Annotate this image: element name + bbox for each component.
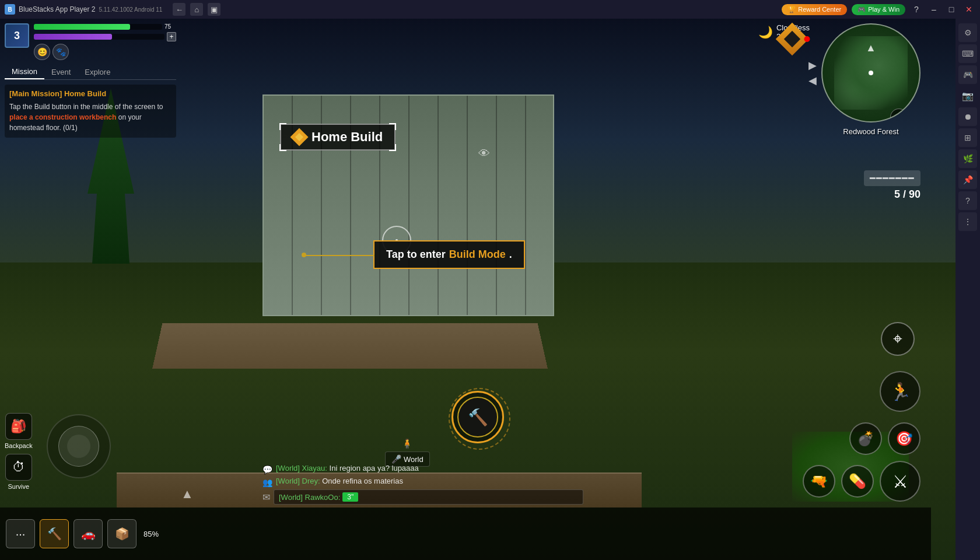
attack-button[interactable]: ⚔ (880, 461, 921, 502)
diamond-inner (295, 133, 303, 141)
chat-icon-2: 👥 (262, 478, 272, 487)
revive-button[interactable]: 💊 (841, 465, 874, 498)
playnwin-label: Play & Win (868, 6, 900, 13)
window-nav: ← ⌂ ▣ (173, 3, 220, 16)
notification-dot (804, 36, 810, 42)
tab-explore[interactable]: Explore (78, 65, 117, 79)
mission-tabs: Mission Event Explore (5, 65, 176, 80)
survive-action: ⏱ Survive (5, 454, 33, 490)
grenade-button[interactable]: 💣 (849, 422, 882, 455)
joystick-outer (47, 414, 111, 478)
corner-br (389, 144, 396, 151)
home-build-marker[interactable]: Home Build (280, 124, 396, 150)
sidebar-tool-pin[interactable]: 📌 (958, 170, 977, 189)
sidebar-tool-record[interactable]: ⏺ (958, 107, 977, 126)
chat-open-icon[interactable]: ✉ (262, 492, 270, 503)
scope-aim-button[interactable]: ⌖ (881, 322, 915, 356)
tab-event[interactable]: Event (44, 65, 78, 79)
build-button[interactable]: 🔨 (452, 391, 504, 443)
sidebar-tool-multiinstance[interactable]: ⊞ (958, 128, 977, 147)
ammo-button-right[interactable]: 🔫 (803, 465, 835, 498)
bluestacks-sidebar: ⚙ ⌨ 🎮 📷 ⏺ ⊞ 🌿 📌 ? ⋮ (956, 19, 980, 560)
survive-button[interactable]: ⏱ (5, 454, 32, 481)
chat-body-2: Onde refina os materias (322, 477, 403, 485)
chat-icon-1: 💬 (262, 465, 272, 474)
chat-input-box[interactable]: [World] RawkoOo: 3" (274, 489, 583, 505)
weapon-hud: ━━━━━━━ 5 / 90 (864, 170, 921, 201)
backpack-label: Backpack (5, 442, 33, 449)
reward-label: Reward Center (798, 6, 841, 13)
world-label: World (404, 455, 424, 464)
minimap-circle: ▲ ☮ (821, 23, 921, 123)
hp-bar-fill (34, 24, 130, 30)
sidebar-tool-keyboard[interactable]: ⌨ (958, 44, 977, 63)
building (204, 65, 612, 345)
chat-message-2: 👥 [World] Drey: Onde refina os materias (262, 477, 583, 487)
mission-desc-part1: Tap the Build button in the middle of th… (9, 103, 163, 111)
mission-description: Tap the Build button in the middle of th… (9, 102, 172, 133)
scroll-up-arrow[interactable]: ▲ (181, 487, 194, 502)
home-button[interactable]: ⌂ (190, 3, 203, 16)
chat-input-name: [World] RawkoOo: (279, 493, 340, 502)
level-badge: 3 (5, 23, 29, 48)
info-button[interactable]: ? (910, 3, 923, 16)
hotbar-slot-drive[interactable]: 🚗 (74, 519, 103, 548)
hotbar-slot-more[interactable]: ··· (6, 519, 35, 548)
joystick[interactable] (47, 414, 111, 478)
right-action-row: 💣 🎯 (849, 422, 921, 455)
run-button[interactable]: 🏃 (880, 371, 921, 412)
hotbar-slot-build[interactable]: 🔨 (40, 519, 69, 548)
diamond-marker-icon (290, 128, 308, 146)
minimap-left-arrow[interactable]: ◀ (808, 74, 817, 87)
sidebar-tool-more[interactable]: ⋮ (958, 212, 977, 231)
close-button[interactable]: ✕ (963, 3, 975, 16)
tap-text: Tap to enter (386, 249, 446, 261)
sidebar-tool-gamepad[interactable]: 🎮 (958, 65, 977, 84)
minimap-play-arrow[interactable]: ▶ (808, 59, 817, 72)
overview-button[interactable]: ▣ (208, 3, 220, 16)
minimap-nav-arrows: ▶ ◀ (808, 59, 817, 87)
chat-input-row: ✉ [World] RawkoOo: 3" (262, 489, 583, 505)
world-voice-button[interactable]: 🧍 🎤 World (385, 438, 430, 467)
play-win-button[interactable]: 🎮 Play & Win (852, 4, 905, 15)
app-icon: B (5, 4, 15, 15)
titlebar-left: B BlueStacks App Player 2 5.11.42.1002 A… (5, 3, 782, 16)
chat-input-sender: [World] RawkoOo: (279, 493, 340, 502)
game-area[interactable]: Home Build 👁 Tap to enter Build Mode . 🔨… (0, 19, 956, 560)
build-mode-tooltip[interactable]: Tap to enter Build Mode . (373, 240, 525, 269)
mission-content: [Main Mission] Home Build Tap the Build … (5, 85, 176, 138)
chat-sender-1: [World] Xiayau: (276, 464, 327, 473)
hotbar-slot-chest[interactable]: 📦 (107, 519, 136, 548)
joystick-inner (58, 426, 99, 467)
bottom-action-bar: ··· 🔨 🚗 📦 85% (0, 508, 931, 560)
ammo-display: 5 / 90 (864, 188, 921, 201)
sidebar-tool-settings[interactable]: ⚙ (958, 23, 977, 42)
tab-mission[interactable]: Mission (5, 65, 44, 79)
diamond-nav-icon (776, 23, 809, 56)
add-stamina-button[interactable]: + (167, 32, 176, 41)
chat-body-1: Ini region apa ya? lupaaaa (330, 464, 419, 473)
sidebar-tool-screenshot[interactable]: 📷 (958, 86, 977, 105)
nav-diamond[interactable] (780, 27, 804, 51)
chat-input-value: 3" (342, 492, 358, 502)
back-button[interactable]: ← (173, 3, 186, 16)
observe-icon[interactable]: 👁 (478, 147, 490, 160)
maximize-button[interactable]: □ (945, 3, 958, 16)
app-title: BlueStacks App Player 2 (19, 5, 95, 13)
reward-center-button[interactable]: 🏆 Reward Center (782, 4, 847, 15)
playnwin-icon: 🎮 (858, 6, 866, 13)
sidebar-tool-eco[interactable]: 🌿 (958, 149, 977, 168)
building-floor (152, 323, 548, 368)
minimize-button[interactable]: – (928, 3, 940, 16)
moon-icon: 🌙 (758, 25, 773, 39)
corner-tr (389, 123, 396, 130)
avatar-face: 😊 (34, 44, 50, 60)
home-build-label: Home Build (312, 130, 383, 145)
backpack-button[interactable]: 🎒 (5, 413, 32, 440)
shoot-button[interactable]: 🎯 (888, 422, 921, 455)
build-button-outer: 🔨 (452, 391, 504, 443)
minimap[interactable]: ▶ ◀ ▲ ☮ Redwood Forest (821, 23, 921, 136)
chat-area: 💬 [World] Xiayau: Ini region apa ya? lup… (262, 464, 583, 505)
sidebar-tool-help[interactable]: ? (958, 191, 977, 210)
corner-bl (279, 144, 286, 151)
